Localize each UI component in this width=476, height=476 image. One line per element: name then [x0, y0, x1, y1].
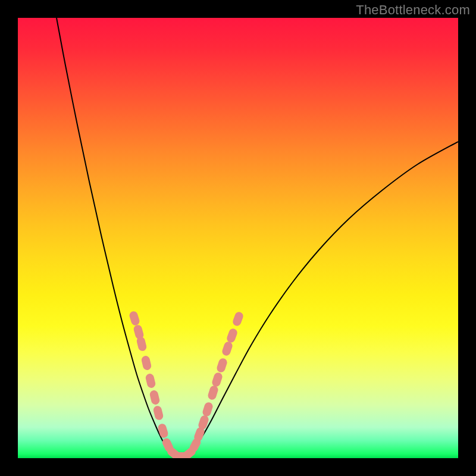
curve-marker: [231, 311, 244, 327]
curve-marker: [202, 401, 214, 417]
curve-marker: [129, 310, 140, 326]
curve-marker: [152, 405, 164, 421]
curve-marker: [157, 423, 169, 439]
curve-marker: [145, 373, 156, 389]
bottleneck-curve: [57, 18, 458, 456]
curve-marker: [211, 371, 224, 387]
curve-marker: [226, 327, 238, 343]
curve-marker: [216, 357, 228, 373]
watermark-text: TheBottleneck.com: [356, 2, 470, 18]
marker-group: [129, 310, 245, 458]
curve-marker: [207, 384, 220, 400]
curve-marker: [140, 355, 152, 371]
curve-svg: [18, 18, 458, 458]
curve-marker: [149, 390, 160, 406]
plot-area: [18, 18, 458, 458]
chart-frame: TheBottleneck.com: [0, 0, 476, 476]
curve-marker: [221, 340, 234, 356]
